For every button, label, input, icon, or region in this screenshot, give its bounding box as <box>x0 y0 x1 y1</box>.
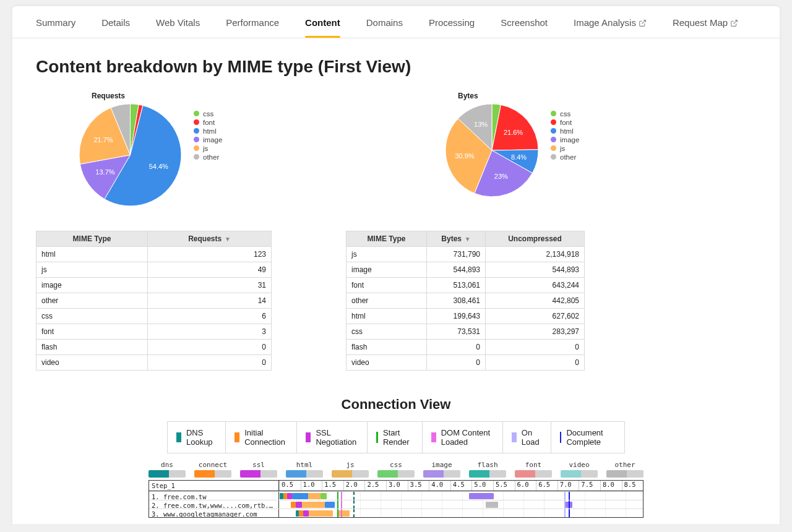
table-row: image31 <box>37 277 272 293</box>
legend-item-other: other <box>194 153 222 161</box>
legend-item-font: font <box>194 119 222 126</box>
tab-domains[interactable]: Domains <box>366 15 403 38</box>
col-legend-bar-icon <box>148 470 186 478</box>
svg-line-0 <box>642 20 645 24</box>
table-cell: 0 <box>486 339 585 354</box>
col-header[interactable]: MIME Type <box>37 231 148 246</box>
legend-swatch-icon <box>194 119 199 125</box>
col-legend-js: js <box>332 461 369 478</box>
table-row: video00 <box>346 354 585 370</box>
table-cell: 0 <box>148 354 272 370</box>
connection-view-title: Connection View <box>12 397 780 413</box>
legend-requests: cssfonthtmlimagejsother <box>194 110 222 162</box>
col-header[interactable]: MIME Type <box>346 231 427 246</box>
legend-bytes: cssfonthtmlimagejsother <box>551 110 579 162</box>
legend-swatch-icon <box>551 137 556 142</box>
wf-host-label: 3. www.googletagmanager.com <box>149 509 279 517</box>
legend-swatch-icon <box>194 154 199 160</box>
cv-legend-label: On Load <box>522 428 542 447</box>
table-cell: 643,244 <box>486 277 585 293</box>
swatch-icon <box>560 432 562 443</box>
wf-segment-js <box>308 493 321 499</box>
tab-screenshot[interactable]: Screenshot <box>501 15 548 38</box>
col-legend-html: html <box>286 461 323 478</box>
col-header[interactable]: Bytes ▼ <box>427 231 486 246</box>
tab-web-vitals[interactable]: Web Vitals <box>156 15 200 38</box>
legend-label: html <box>560 127 574 135</box>
tab-processing[interactable]: Processing <box>429 15 475 38</box>
legend-label: font <box>560 119 572 126</box>
tab-image-analysis[interactable]: Image Analysis <box>574 15 647 38</box>
table-cell: 544,893 <box>486 262 585 277</box>
table-cell: 6 <box>148 308 272 324</box>
wf-marker-start_render <box>337 509 338 517</box>
cv-legend-label: Document Complete <box>566 428 616 447</box>
wf-tick: 3.5 <box>408 481 429 491</box>
cv-legend-label: DOM Content Loaded <box>441 428 494 447</box>
table-cell: 0 <box>427 354 486 370</box>
table-cell: 308,461 <box>427 293 486 308</box>
wf-tick: 8.5 <box>622 481 644 491</box>
col-legend-css: css <box>377 461 415 478</box>
tab-performance[interactable]: Performance <box>226 15 279 38</box>
wf-segment-ssl <box>287 493 292 499</box>
cv-legend-start-render: Start Render <box>368 422 422 453</box>
pie-requests: 54.4%13.7%21.7% <box>79 104 181 206</box>
col-legend-bar-icon <box>332 470 369 478</box>
wf-tick: 4.0 <box>429 481 450 491</box>
table-cell: css <box>37 308 148 324</box>
table-cell: 731,790 <box>427 246 486 262</box>
wf-marker-dom_content_loaded <box>341 500 342 508</box>
chart-title-requests: Requests <box>92 92 390 100</box>
tab-summary[interactable]: Summary <box>36 15 75 38</box>
tab-content[interactable]: Content <box>305 15 340 38</box>
col-header[interactable]: Requests ▼ <box>148 231 272 246</box>
legend-swatch-icon <box>194 111 199 116</box>
sort-desc-icon: ▼ <box>223 236 231 242</box>
wf-marker-document_complete <box>569 509 570 517</box>
swatch-icon <box>176 432 181 442</box>
wf-tick: 1.0 <box>301 481 322 491</box>
table-cell: font <box>346 277 427 293</box>
table-cell: 544,893 <box>427 262 486 277</box>
wf-segment-html <box>325 502 335 508</box>
table-cell: 123 <box>148 246 272 262</box>
wf-segment-connect <box>283 493 288 499</box>
table-cell: image <box>37 277 148 293</box>
tab-request-map[interactable]: Request Map <box>673 15 738 38</box>
wf-marker-on_load <box>564 509 566 517</box>
table-cell: js <box>37 262 148 277</box>
wf-marker-dash <box>353 500 355 508</box>
tab-bar: SummaryDetailsWeb VitalsPerformanceConte… <box>12 6 780 38</box>
chart-bytes: Bytes 21.6%8.4%23%30.9%13% cssfonthtmlim… <box>402 88 756 206</box>
table-row: js731,7902,134,918 <box>346 246 585 262</box>
pie-slice-label: 21.7% <box>93 136 113 144</box>
wf-segment-dns <box>280 493 283 499</box>
table-row: font3 <box>37 324 272 339</box>
wf-tick: 6.5 <box>536 481 557 491</box>
table-cell: video <box>346 354 427 370</box>
table-bytes: MIME TypeBytes ▼Uncompressedjs731,7902,1… <box>346 231 585 371</box>
external-link-icon <box>639 19 647 29</box>
table-row: other308,461442,805 <box>346 293 585 308</box>
col-legend-bar-icon <box>515 470 552 478</box>
tab-details[interactable]: Details <box>101 15 130 38</box>
col-legend-bar-icon <box>286 470 323 478</box>
col-header[interactable]: Uncompressed <box>486 231 585 246</box>
legend-item-css: css <box>194 110 222 118</box>
legend-item-image: image <box>551 136 579 144</box>
table-cell: html <box>37 246 148 262</box>
wf-segment-other <box>486 502 498 508</box>
pie-slice-label: 13% <box>474 121 488 128</box>
wf-tick: 7.0 <box>557 481 579 491</box>
wf-segment-js <box>309 510 333 517</box>
wf-tick: 0.5 <box>279 481 301 491</box>
table-cell: flash <box>346 339 427 354</box>
sort-desc-icon: ▼ <box>463 236 471 242</box>
table-cell: other <box>346 293 427 308</box>
cv-legend-document-complete: Document Complete <box>551 422 624 453</box>
legend-item-font: font <box>551 119 579 126</box>
legend-swatch-icon <box>551 111 556 116</box>
col-legend-bar-icon <box>240 470 277 478</box>
wf-marker-dash <box>353 492 355 500</box>
